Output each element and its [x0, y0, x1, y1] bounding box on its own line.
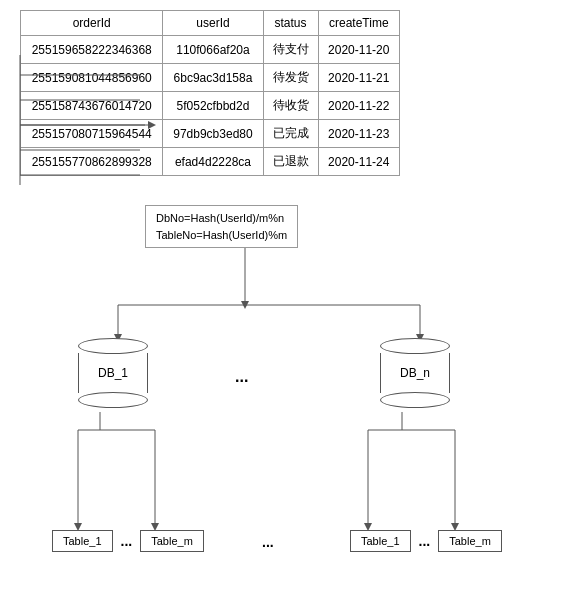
table-cell: 6bc9ac3d158a: [163, 64, 263, 92]
db1-label: DB_1: [98, 366, 128, 380]
table-cell: 2020-11-21: [318, 64, 399, 92]
order-table-section: orderId userId status createTime 2551596…: [20, 10, 400, 176]
table-row: 2551590810448569606bc9ac3d158a待发货2020-11…: [21, 64, 400, 92]
table-cell: 255158743676014720: [21, 92, 163, 120]
right-table-boxes: Table_1 ... Table_m: [350, 530, 502, 552]
table-cell: 255155770862899328: [21, 148, 163, 176]
col-header-createtime: createTime: [318, 11, 399, 36]
left-table-dots: ...: [121, 533, 133, 549]
table-row: 255155770862899328efad4d2228ca已退款2020-11…: [21, 148, 400, 176]
svg-marker-10: [241, 301, 249, 309]
table-cell: 2020-11-22: [318, 92, 399, 120]
dbn-group: DB_n: [380, 338, 450, 408]
left-table-1: Table_1: [52, 530, 113, 552]
table-cell: 110f066af20a: [163, 36, 263, 64]
table-cell: 已退款: [263, 148, 318, 176]
db1-group: DB_1: [78, 338, 148, 408]
col-header-status: status: [263, 11, 318, 36]
table-cell: 97db9cb3ed80: [163, 120, 263, 148]
table-cell: 已完成: [263, 120, 318, 148]
table-row: 255159658222346368110f066af20a待支付2020-11…: [21, 36, 400, 64]
col-header-orderid: orderId: [21, 11, 163, 36]
formula-box: DbNo=Hash(UserId)/m%n TableNo=Hash(UserI…: [145, 205, 298, 248]
table-cell: 待支付: [263, 36, 318, 64]
table-cell: 待发货: [263, 64, 318, 92]
table-cell: 2020-11-20: [318, 36, 399, 64]
table-cell: 2020-11-24: [318, 148, 399, 176]
dbn-label: DB_n: [400, 366, 430, 380]
table-cell: 待收货: [263, 92, 318, 120]
table-cell: 255159081044856960: [21, 64, 163, 92]
table-cell: 2020-11-23: [318, 120, 399, 148]
table-cell: 255157080715964544: [21, 120, 163, 148]
table-row: 25515708071596454497db9cb3ed80已完成2020-11…: [21, 120, 400, 148]
right-table-dots: ...: [419, 533, 431, 549]
right-table-1: Table_1: [350, 530, 411, 552]
center-bottom-dots: ...: [262, 534, 274, 550]
right-table-m: Table_m: [438, 530, 502, 552]
formula-line1: DbNo=Hash(UserId)/m%n: [156, 210, 287, 227]
left-table-boxes: Table_1 ... Table_m: [52, 530, 204, 552]
left-table-m: Table_m: [140, 530, 204, 552]
table-row: 2551587436760147205f052cfbbd2d待收货2020-11…: [21, 92, 400, 120]
table-cell: 255159658222346368: [21, 36, 163, 64]
col-header-userid: userId: [163, 11, 263, 36]
formula-line2: TableNo=Hash(UserId)%m: [156, 227, 287, 244]
db-dots: ...: [235, 368, 248, 386]
table-cell: efad4d2228ca: [163, 148, 263, 176]
order-table: orderId userId status createTime 2551596…: [20, 10, 400, 176]
table-cell: 5f052cfbbd2d: [163, 92, 263, 120]
